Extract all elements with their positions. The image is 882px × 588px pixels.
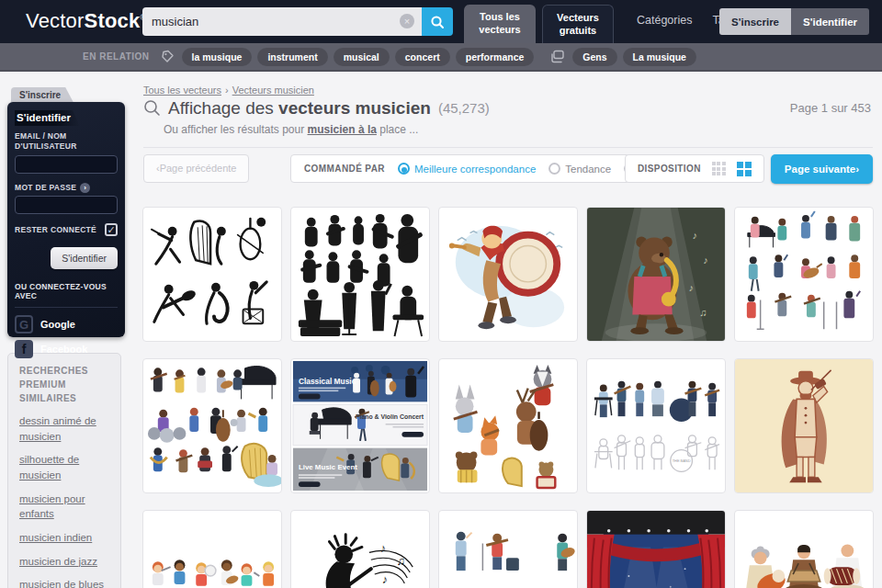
password-help-icon[interactable]: › xyxy=(80,183,90,193)
related-tag[interactable]: musical xyxy=(334,48,390,66)
password-field[interactable] xyxy=(15,196,118,214)
related-search-link[interactable]: musicien pour enfants xyxy=(19,492,109,522)
related-tag[interactable]: la musique xyxy=(182,48,253,66)
music-note-glyph: ♪ xyxy=(382,572,388,586)
related-searches-title: RECHERCHES PREMIUM SIMILAIRES xyxy=(19,364,109,405)
related-searches-panel: RECHERCHES PREMIUM SIMILAIRES dessin ani… xyxy=(7,353,121,588)
thumbnail-musician-silhouettes[interactable] xyxy=(290,207,430,342)
thumbnail-music-band-poster[interactable]: Music Band xyxy=(586,510,726,588)
search-input[interactable] xyxy=(142,7,422,36)
page-indicator: Page 1 sur 453 xyxy=(790,101,871,115)
clear-search-icon[interactable]: × xyxy=(400,14,414,28)
signup-button[interactable]: S'inscrire xyxy=(719,8,791,35)
tag-icon xyxy=(161,50,175,63)
results-toolbar: ‹Page précédente COMMANDÉ PAR Meilleure … xyxy=(143,154,873,184)
auth-buttons: S'inscrire S'identifier xyxy=(719,8,869,35)
next-page-button[interactable]: Page suivante› xyxy=(771,154,873,184)
radio-selected-icon xyxy=(398,163,410,175)
sort-option-label: Tendance xyxy=(565,164,611,175)
facebook-label: Facebook xyxy=(40,344,87,355)
tab-all-vectors[interactable]: Tous les vecteurs xyxy=(464,5,536,43)
vectorstock-logo[interactable]: VectorStock® xyxy=(26,9,146,33)
google-login-button[interactable]: G Google xyxy=(15,315,118,334)
thumbnail-animal-musicians[interactable] xyxy=(438,358,578,493)
vectorstock-search-page: VectorStock® × Tous les vecteurs Vecteur… xyxy=(0,0,882,588)
remember-label: RESTER CONNECTÉ xyxy=(15,225,96,235)
related-tags-bar: EN RELATION la musique instrument musica… xyxy=(0,43,882,72)
thumbnail-cartoon-orchestra-set[interactable] xyxy=(142,358,282,493)
related-search-link[interactable]: silhouette de musicien xyxy=(19,452,109,482)
thumbnail-classical-music-banners[interactable]: Classical Music Piano & Violin Concert L… xyxy=(290,358,430,493)
thumbnail-kids-band[interactable] xyxy=(142,510,282,588)
thumbnail-bear-saxophonist[interactable]: ♪ ♪ ♪ ♫ xyxy=(586,207,726,342)
password-label-row: MOT DE PASSE › xyxy=(15,183,118,193)
facebook-icon: f xyxy=(15,340,33,358)
related-tag[interactable]: instrument xyxy=(257,48,327,66)
search-icon xyxy=(430,15,445,29)
sidebar-signup-tab[interactable]: S'inscrire xyxy=(11,87,74,103)
related-search-link[interactable]: musicien indien xyxy=(19,530,109,546)
thumbnail-stick-figure-musicians[interactable] xyxy=(142,207,282,342)
social-login-divider: OU CONNECTEZ-VOUS AVEC xyxy=(15,282,118,308)
banner-title-piano-violin: Piano & Violin Concert xyxy=(356,413,424,420)
thumbnail-band-color-and-sketch[interactable]: THE BAND xyxy=(586,358,726,493)
related-label: EN RELATION xyxy=(83,51,150,62)
prev-page-button[interactable]: ‹Page précédente xyxy=(143,154,249,183)
login-submit-button[interactable]: S'identifier xyxy=(51,247,118,269)
category-tag[interactable]: Gens xyxy=(572,48,616,66)
sort-label: COMMANDÉ PAR xyxy=(304,164,385,174)
breadcrumb-separator: › xyxy=(225,85,229,96)
related-tag[interactable]: concert xyxy=(395,48,450,66)
related-tag[interactable]: performance xyxy=(456,48,535,66)
sort-option-label: Meilleure correspondance xyxy=(414,164,536,175)
google-icon: G xyxy=(15,315,33,334)
category-tag[interactable]: La musique xyxy=(623,48,696,66)
login-panel: S'identifier EMAIL / NOM D'UTILISATEUR M… xyxy=(7,102,125,337)
did-you-mean-pre: Ou afficher les résultats pour xyxy=(164,123,308,136)
radio-icon xyxy=(548,163,560,175)
thumbnail-street-performers[interactable] xyxy=(438,510,578,588)
results-count: (45,273) xyxy=(438,100,490,116)
thumbnail-flat-performers-set[interactable] xyxy=(734,207,874,342)
did-you-mean-link[interactable]: musicien à la xyxy=(308,123,377,136)
page-title: Affichage des vecteurs musicien xyxy=(168,97,431,119)
thumbnail-indian-musicians[interactable] xyxy=(734,510,874,588)
breadcrumb-all-vectors[interactable]: Tous les vecteurs xyxy=(143,85,221,96)
page-title-row: Affichage des vecteurs musicien (45,273) xyxy=(143,97,490,119)
music-note-glyph: ♫ xyxy=(396,554,405,568)
thumbnail-watercolor-drummer[interactable] xyxy=(438,207,578,342)
music-note-glyph: ♫ xyxy=(699,307,707,318)
thumbnail-ink-guitarist[interactable]: ♪ ♫ ♪ xyxy=(290,510,430,588)
breadcrumb-current[interactable]: Vecteurs musicien xyxy=(232,85,314,96)
email-field[interactable] xyxy=(15,155,118,174)
did-you-mean: Ou afficher les résultats pour musicien … xyxy=(164,123,418,136)
categories-stack-icon xyxy=(550,50,565,63)
sort-option-best-match[interactable]: Meilleure correspondance xyxy=(398,163,536,175)
band-drum-text: THE BAND xyxy=(673,458,691,463)
nav-categories[interactable]: Catégories xyxy=(637,14,692,27)
top-header: VectorStock® × Tous les vecteurs Vecteur… xyxy=(0,0,882,43)
music-note-glyph: ♪ xyxy=(689,282,694,293)
related-search-link[interactable]: musicien de blues xyxy=(19,577,109,588)
related-search-link[interactable]: dessin animé de musicien xyxy=(19,413,109,444)
header-divider xyxy=(143,147,873,148)
login-title: S'identifier xyxy=(15,110,80,126)
thumbnail-vintage-fiddler[interactable] xyxy=(734,358,874,493)
logo-light: Vector xyxy=(26,9,85,32)
logo-bold: Stock xyxy=(85,9,141,32)
password-label: MOT DE PASSE xyxy=(15,183,76,193)
email-label: EMAIL / NOM D'UTILISATEUR xyxy=(15,131,118,153)
search-button[interactable] xyxy=(422,7,453,36)
facebook-login-button[interactable]: f Facebook xyxy=(15,340,118,358)
remember-checkbox[interactable]: ✓ xyxy=(105,223,118,236)
related-search-link[interactable]: musicien de jazz xyxy=(19,554,109,570)
sort-option-trending[interactable]: Tendance xyxy=(548,163,611,175)
small-grid-icon[interactable] xyxy=(712,162,726,175)
large-grid-icon[interactable] xyxy=(737,162,752,176)
tab-free-vectors[interactable]: Vecteurs gratuits xyxy=(542,5,614,43)
music-note-glyph: ♪ xyxy=(703,254,707,266)
layout-group: DISPOSITION xyxy=(625,154,764,183)
remember-row: RESTER CONNECTÉ ✓ xyxy=(15,223,118,236)
results-grid: ♪ ♪ ♪ ♫ xyxy=(142,207,874,588)
signin-button[interactable]: S'identifier xyxy=(791,8,869,35)
